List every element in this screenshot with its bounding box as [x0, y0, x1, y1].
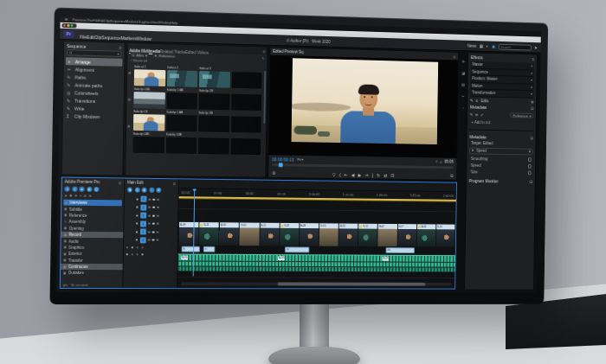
clip-thumbnail[interactable] [133, 114, 164, 131]
clip-cell[interactable]: Subclip 03B [165, 133, 197, 154]
track-mute-toggle[interactable] [153, 198, 155, 200]
transport-button[interactable]: ⊡ [390, 172, 394, 177]
wave-icon[interactable]: ≋ [475, 99, 479, 103]
preference-dropdown[interactable]: Preference ▾ [510, 112, 533, 118]
bin-tool-icon[interactable]: ✚ [69, 194, 72, 198]
clip-thumbnail[interactable] [231, 94, 261, 111]
bin-tool-icon[interactable]: ➤ [64, 194, 67, 198]
clip-thumbnail[interactable] [133, 137, 164, 153]
panel-icon[interactable]: ⧉ [531, 105, 533, 112]
plus-icon[interactable]: ⊕ [531, 99, 533, 104]
transport-button[interactable]: } [372, 172, 374, 177]
edit-icon[interactable]: ✎ [261, 56, 264, 61]
timeline-tool-icon[interactable]: ◌ [149, 188, 154, 193]
zoom-window-button[interactable] [71, 24, 74, 27]
export-frame-icon[interactable]: ⧉ [450, 173, 453, 179]
speed-dropdown[interactable]: ≡ Speed ▾ [469, 147, 533, 155]
track-solo-toggle[interactable] [157, 214, 158, 216]
track-solo-toggle[interactable] [157, 231, 158, 233]
clip-cell[interactable]: Subcut 2 [166, 66, 197, 87]
track-target-button[interactable]: 1 [140, 213, 146, 219]
bin-tool-icon[interactable]: ◎ [93, 187, 99, 192]
rail-tool-icon[interactable]: ✂ [461, 94, 465, 99]
clip-cell[interactable]: Subclip 04B [133, 132, 164, 153]
timeline-clip[interactable]: S-05 [319, 223, 338, 246]
pen-icon[interactable]: ✎ [470, 99, 474, 103]
timeline-clip[interactable]: S-04 [240, 222, 260, 246]
timeline-clip[interactable]: A-04 [416, 224, 435, 246]
clip-thumbnail[interactable] [199, 71, 230, 88]
timeline-clip[interactable]: S-07 [397, 224, 416, 246]
gear-icon[interactable]: ⚙ [128, 98, 132, 102]
track-target-button[interactable]: 1 [140, 220, 146, 227]
bin-tool-icon[interactable]: ● [79, 187, 84, 192]
panel-icon[interactable]: ⧉ [531, 135, 533, 142]
rail-tool-icon[interactable]: ✛ [462, 60, 466, 64]
transport-button[interactable]: ▶ [358, 172, 362, 177]
clip-cell[interactable] [231, 90, 261, 111]
clip-cell[interactable]: Subclip 1 AB [166, 88, 197, 110]
timeline-tool-icon[interactable]: ◉ [127, 187, 132, 192]
source-patch-toggle[interactable] [136, 207, 138, 208]
workspace-grid-icon[interactable]: ▦ [480, 43, 483, 48]
source-patch-toggle[interactable] [136, 239, 138, 240]
clip-cell[interactable] [198, 133, 229, 154]
track-target-button[interactable]: 2 [140, 204, 146, 210]
track-solo-toggle[interactable] [157, 207, 158, 208]
track-lock-toggle[interactable] [148, 214, 150, 216]
add-to-cut-link[interactable]: + Add to cut [470, 118, 534, 126]
panel-menu-icon[interactable]: ≡ [263, 48, 266, 54]
overlay-clip[interactable]: sfx [386, 247, 415, 253]
timeline-clip[interactable]: S-12 [358, 224, 377, 246]
os-menu-item[interactable]: Sequence [110, 19, 126, 24]
clip-cell[interactable]: Subcut 1 [134, 65, 165, 86]
timeline-scrollbar[interactable] [181, 282, 452, 286]
toggle-dot[interactable] [126, 246, 128, 248]
clip-thumbnail[interactable] [230, 138, 261, 155]
wrench-icon[interactable]: ◇ [440, 159, 442, 163]
scrollbar-handle[interactable] [278, 282, 426, 285]
bin-tool-icon[interactable]: ⊘ [84, 194, 87, 198]
clip-cell[interactable]: Subclip 03B [133, 87, 164, 109]
timeline-tool-icon[interactable]: ◍ [142, 188, 147, 193]
contrast-icon[interactable]: ◐ [487, 43, 489, 48]
clip-thumbnail[interactable] [230, 116, 261, 132]
track-target-button[interactable]: 3 [140, 196, 146, 202]
transport-button[interactable]: ▽ [332, 172, 336, 177]
pencil-icon[interactable]: ✏ [475, 112, 479, 117]
clip-thumbnail[interactable] [198, 115, 229, 131]
track-lock-toggle[interactable] [149, 198, 151, 200]
timeline-clip[interactable]: A-02 [378, 224, 397, 246]
toggle-dot[interactable] [132, 246, 133, 248]
toggle-dot[interactable] [141, 246, 143, 248]
clip-cell[interactable]: Subclip 03 [133, 110, 164, 131]
track-solo-toggle[interactable] [157, 223, 158, 225]
os-menu-item[interactable]: Graphics [138, 20, 152, 24]
close-window-button[interactable] [63, 24, 66, 27]
bin-tool-icon[interactable]: ≋ [88, 194, 91, 198]
resolution-icon[interactable]: # [435, 159, 437, 163]
brush-icon[interactable]: ✐ [480, 112, 484, 117]
rail-tool-icon[interactable]: ◔ [461, 105, 464, 110]
bin-tool-icon[interactable]: ✛ [74, 194, 77, 198]
clip-cell[interactable] [230, 112, 261, 132]
clip-cell[interactable] [231, 67, 261, 88]
timeline-clip[interactable]: A-15 [260, 223, 279, 246]
overlay-clip[interactable]: fx [182, 246, 200, 252]
clip-thumbnail[interactable] [199, 93, 230, 111]
timeline-clip[interactable]: A-06 [220, 222, 240, 246]
news-label[interactable]: News [467, 43, 476, 48]
transport-button[interactable]: ⇤ [345, 172, 348, 177]
clip-cell[interactable]: Subclip 1 AB [166, 111, 197, 131]
clip-cell[interactable]: Subclip 2B [198, 112, 229, 132]
source-patch-toggle[interactable] [136, 214, 138, 216]
track-mute-toggle[interactable] [152, 207, 154, 208]
transport-button[interactable]: { [339, 172, 341, 177]
timeline-clip[interactable]: A-09 [179, 222, 199, 246]
project-tab[interactable]: Edited Videos [185, 49, 209, 54]
audio-track-a3[interactable] [177, 271, 455, 278]
timeline-clip[interactable]: S-02 [280, 223, 299, 246]
clip-cell[interactable] [230, 134, 261, 155]
source-patch-toggle[interactable] [137, 198, 139, 200]
panel-menu-icon[interactable]: ≡ [119, 180, 121, 185]
